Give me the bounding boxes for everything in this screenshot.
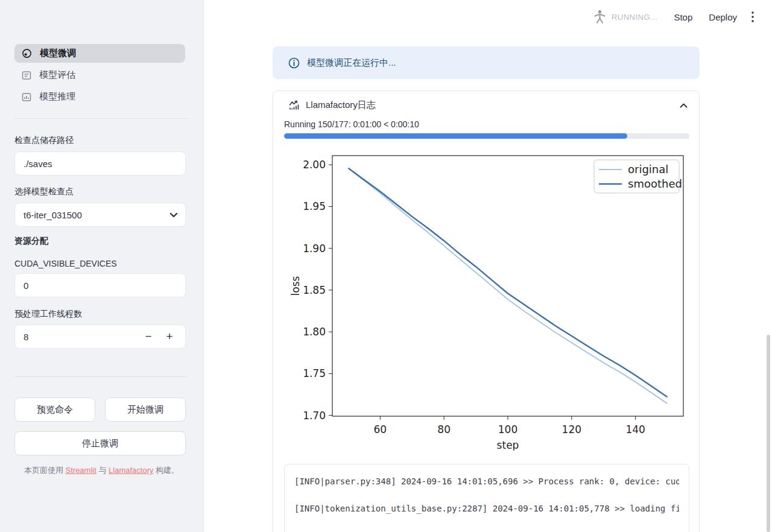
start-finetune-button[interactable]: 开始微调: [105, 397, 186, 422]
sidebar-item-label: 模型推理: [39, 91, 75, 103]
streamlit-link[interactable]: Streamlit: [66, 466, 96, 475]
log-expander-card: Llamafactory日志 Running 150/177: 0:01:00 …: [273, 90, 700, 532]
trending-chart-icon: [289, 100, 300, 110]
stop-button[interactable]: Stop: [674, 12, 692, 22]
alert-text: 模型微调正在运行中...: [307, 57, 396, 69]
running-person-icon: [594, 10, 606, 24]
stop-finetune-button[interactable]: 停止微调: [14, 431, 186, 455]
sidebar-item-finetune[interactable]: 模型微调: [14, 44, 185, 63]
cuda-devices-input[interactable]: [14, 273, 186, 297]
tune-icon: [22, 48, 32, 59]
checkpoint-select[interactable]: t6-iter_031500: [14, 203, 186, 227]
page-scrollbar[interactable]: [767, 335, 770, 532]
svg-text:2.00: 2.00: [303, 159, 326, 171]
info-alert: 模型微调正在运行中...: [273, 46, 700, 79]
svg-text:1.90: 1.90: [303, 242, 326, 255]
svg-text:1.70: 1.70: [303, 410, 326, 422]
svg-text:1.85: 1.85: [303, 284, 326, 296]
expander-title: Llamafactory日志: [306, 100, 376, 111]
checkpoint-path-input[interactable]: [14, 151, 186, 176]
footer-text: 本页面使用: [24, 466, 66, 475]
sidebar-item-label: 模型评估: [39, 69, 75, 81]
chevron-up-icon[interactable]: [679, 100, 688, 111]
svg-text:1.75: 1.75: [303, 367, 326, 379]
progress-label: Running 150/177: 0:01:00 < 0:00:10: [284, 119, 419, 129]
running-status: RUNNING...: [612, 13, 658, 22]
sidebar-item-inference[interactable]: 模型推理: [14, 87, 185, 106]
inference-icon: [22, 92, 31, 102]
log-output[interactable]: [INFO|parser.py:348] 2024-09-16 14:01:05…: [284, 464, 689, 532]
sidebar-footer: 本页面使用 Streamlit 与 Llamafactory 构建。: [0, 465, 203, 476]
svg-text:smoothed: smoothed: [628, 177, 682, 190]
cuda-devices-label: CUDA_VISIBLE_DEVICES: [14, 259, 117, 268]
resource-section-header: 资源分配: [14, 236, 48, 247]
sidebar-divider: [14, 376, 189, 377]
svg-text:loss: loss: [290, 276, 302, 296]
llamafactory-link[interactable]: Llamafactory: [109, 466, 153, 475]
expander-header[interactable]: Llamafactory日志: [289, 100, 376, 111]
progress-bar: [284, 133, 689, 139]
increment-button[interactable]: +: [160, 325, 179, 349]
svg-text:80: 80: [437, 423, 451, 435]
svg-text:140: 140: [625, 423, 645, 435]
checkpoint-path-label: 检查点储存路径: [14, 135, 74, 146]
checkpoint-select-label: 选择模型检查点: [14, 186, 74, 197]
decrement-button[interactable]: −: [139, 325, 157, 349]
svg-text:original: original: [628, 163, 668, 176]
loss-chart: 1.701.751.801.851.901.952.00608010012014…: [289, 151, 685, 451]
workers-label: 预处理工作线程数: [14, 309, 82, 320]
evaluate-icon: [22, 71, 31, 80]
app-status-bar: RUNNING... Stop Deploy: [594, 10, 754, 24]
svg-text:60: 60: [374, 423, 387, 435]
sidebar: 模型微调 模型评估 模型推理 检查点储存路径 选择模型检查点 t6-iter_0…: [0, 0, 204, 532]
svg-text:120: 120: [562, 423, 581, 435]
sidebar-nav: 模型微调 模型评估 模型推理: [14, 44, 185, 109]
sidebar-item-label: 模型微调: [40, 48, 76, 59]
deploy-button[interactable]: Deploy: [709, 12, 737, 22]
info-icon: [288, 57, 300, 69]
svg-text:1.80: 1.80: [303, 326, 326, 338]
log-line: [INFO|tokenization_utils_base.py:2287] 2…: [294, 504, 679, 514]
checkpoint-select-value: t6-iter_031500: [24, 210, 82, 220]
preview-command-button[interactable]: 预览命令: [14, 397, 95, 422]
sidebar-item-evaluate[interactable]: 模型评估: [14, 66, 185, 84]
footer-text: 与: [96, 466, 109, 475]
svg-text:step: step: [497, 439, 519, 451]
log-line: [INFO|parser.py:348] 2024-09-16 14:01:05…: [294, 477, 679, 487]
svg-text:100: 100: [498, 423, 517, 435]
sidebar-divider: [14, 118, 189, 119]
svg-text:1.95: 1.95: [303, 200, 326, 212]
workers-stepper: − +: [14, 325, 186, 349]
footer-text: 构建。: [153, 466, 179, 475]
overflow-menu-icon[interactable]: [751, 11, 754, 22]
chevron-down-icon: [169, 212, 178, 218]
progress-bar-fill: [284, 133, 627, 139]
